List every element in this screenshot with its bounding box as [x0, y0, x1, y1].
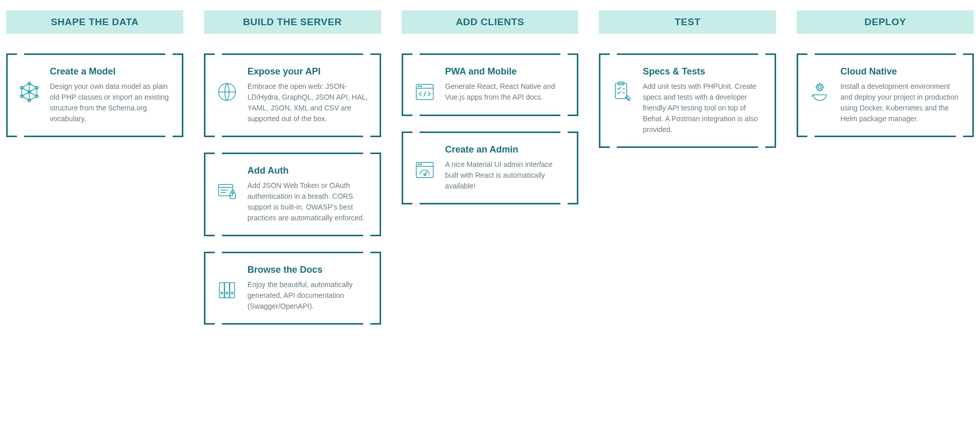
- card-title: Create a Model: [50, 66, 171, 77]
- card-browse-docs: Browse the Docs Enjoy the beautiful, aut…: [204, 252, 381, 325]
- svg-point-20: [221, 292, 223, 294]
- svg-point-39: [818, 86, 821, 89]
- docs-binder-icon: [216, 279, 238, 302]
- card-create-admin: Create an Admin A nice Material UI admin…: [402, 131, 579, 204]
- code-window-icon: [413, 81, 436, 103]
- card-cloud-native: Cloud Native Install a development envir…: [797, 53, 974, 137]
- card-description: Embrace the open web: JSON-LD/Hydra, Gra…: [248, 81, 368, 124]
- checklist-icon: [611, 81, 633, 103]
- column-header: BUILD THE SERVER: [204, 10, 381, 34]
- card-description: Enjoy the beautiful, automatically gener…: [248, 279, 368, 312]
- svg-point-22: [231, 292, 233, 294]
- svg-point-21: [226, 292, 228, 294]
- svg-point-25: [418, 86, 419, 87]
- card-description: A nice Material UI admin interface built…: [445, 159, 566, 192]
- card-pwa-mobile: PWA and Mobile Generate React, React Nat…: [402, 53, 579, 116]
- svg-point-30: [418, 164, 419, 165]
- card-title: Expose your API: [248, 66, 368, 77]
- card-title: Specs & Tests: [643, 66, 763, 77]
- column-header: ADD CLIENTS: [402, 10, 579, 34]
- svg-point-31: [420, 164, 421, 165]
- column-test: TEST Specs & Tests Add unit tests with P…: [599, 10, 776, 163]
- svg-point-26: [420, 86, 421, 87]
- svg-rect-18: [224, 283, 229, 297]
- card-description: Add JSON Web Token or OAuth authenticati…: [248, 180, 368, 223]
- column-build-server: BUILD THE SERVER Expose your API Embrace…: [204, 10, 381, 340]
- svg-line-27: [424, 91, 426, 97]
- model-graph-icon: [18, 81, 41, 103]
- svg-point-33: [424, 174, 426, 176]
- column-header: TEST: [599, 10, 776, 34]
- auth-lock-icon: [216, 180, 238, 202]
- cloud-native-icon: [808, 81, 831, 103]
- card-title: Cloud Native: [840, 66, 961, 77]
- card-description: Add unit tests with PHPUnit. Create spec…: [643, 81, 763, 135]
- card-title: Browse the Docs: [248, 265, 368, 275]
- card-title: Add Auth: [248, 165, 368, 176]
- svg-rect-17: [219, 283, 224, 297]
- card-add-auth: Add Auth Add JSON Web Token or OAuth aut…: [204, 153, 381, 236]
- card-description: Design your own data model as plain old …: [50, 81, 171, 124]
- card-title: Create an Admin: [445, 144, 566, 155]
- card-create-model: Create a Model Design your own data mode…: [6, 53, 183, 137]
- card-description: Generate React, React Native and Vue.js …: [445, 81, 566, 103]
- card-specs-tests: Specs & Tests Add unit tests with PHPUni…: [599, 53, 776, 148]
- card-title: PWA and Mobile: [445, 66, 566, 77]
- admin-dashboard-icon: [413, 159, 436, 181]
- column-deploy: DEPLOY Cloud Native Install a developmen…: [797, 10, 974, 153]
- card-expose-api: Expose your API Embrace the open web: JS…: [204, 53, 381, 137]
- svg-rect-19: [230, 283, 234, 297]
- column-shape-data: SHAPE THE DATA Create a Model Design you…: [6, 10, 183, 153]
- feature-columns: SHAPE THE DATA Create a Model Design you…: [6, 10, 974, 340]
- column-header: DEPLOY: [797, 10, 974, 34]
- column-add-clients: ADD CLIENTS PWA and Mobile Generate Reac…: [402, 10, 579, 220]
- card-description: Install a development environment and de…: [840, 81, 961, 124]
- column-header: SHAPE THE DATA: [6, 10, 183, 34]
- globe-api-icon: [216, 81, 238, 103]
